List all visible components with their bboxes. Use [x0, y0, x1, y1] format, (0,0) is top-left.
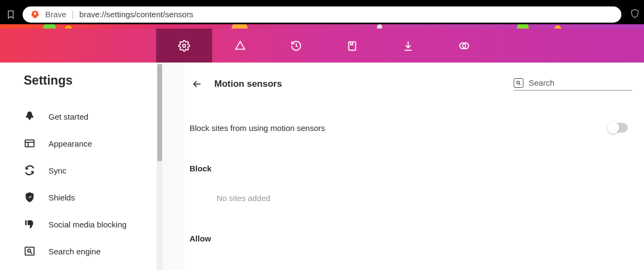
svg-rect-4: [25, 140, 34, 147]
toolbar-rewards-tab[interactable]: [212, 29, 268, 63]
url-label: Brave: [45, 10, 66, 19]
toolbar-wallet-tab[interactable]: [436, 29, 492, 63]
search-box-icon: [24, 245, 36, 257]
sidebar-item-social-blocking[interactable]: Social media blocking: [24, 211, 157, 238]
search-icon: [514, 78, 523, 88]
settings-sidebar: Settings Get started Appearance Sync Shi…: [0, 63, 157, 270]
rocket-icon: [24, 110, 36, 122]
toolbar-bookmarks-tab[interactable]: [324, 29, 380, 63]
sidebar-item-label: Sync: [48, 166, 66, 175]
sync-icon: [24, 164, 36, 176]
sidebar-item-label: Search engine: [48, 247, 101, 256]
sidebar-item-shields[interactable]: Shields: [24, 184, 157, 211]
sidebar-item-get-started[interactable]: Get started: [24, 103, 157, 130]
toggle-label: Block sites from using motion sensors: [190, 123, 325, 133]
sidebar-title: Settings: [24, 73, 157, 88]
brave-logo-icon: [30, 10, 40, 19]
layout-icon: [24, 137, 36, 149]
url-text: brave://settings/content/sensors: [79, 10, 193, 19]
sidebar-item-appearance[interactable]: Appearance: [24, 130, 157, 157]
sidebar-item-sync[interactable]: Sync: [24, 157, 157, 184]
sidebar-item-label: Get started: [48, 112, 88, 121]
bookmark-icon[interactable]: [4, 10, 17, 19]
settings-toolbar: [0, 29, 644, 63]
page-title: Motion sensors: [214, 79, 282, 89]
thumbs-down-icon: [24, 218, 36, 230]
toolbar-history-tab[interactable]: [268, 29, 324, 63]
block-section-header: Block: [184, 133, 644, 173]
sidebar-item-label: Appearance: [48, 139, 92, 148]
url-bar[interactable]: Brave | brave://settings/content/sensors: [23, 6, 621, 23]
block-sensors-toggle[interactable]: [607, 123, 628, 133]
toolbar-downloads-tab[interactable]: [380, 29, 436, 63]
sidebar-item-search-engine[interactable]: Search engine: [24, 238, 157, 265]
back-button[interactable]: [190, 77, 205, 92]
scrollbar-thumb[interactable]: [157, 64, 162, 161]
browser-chrome: Brave | brave://settings/content/sensors: [0, 4, 644, 24]
shield-status-icon[interactable]: [630, 9, 640, 20]
allow-section-header: Allow: [184, 203, 644, 243]
toggle-knob: [607, 122, 619, 134]
search-input[interactable]: [529, 78, 620, 87]
shield-icon: [24, 191, 36, 203]
search-field[interactable]: [514, 78, 632, 91]
svg-point-6: [27, 249, 31, 252]
svg-point-0: [183, 44, 186, 47]
svg-point-7: [517, 81, 520, 84]
sidebar-scrollbar[interactable]: [157, 63, 163, 270]
toolbar-settings-tab[interactable]: [156, 29, 212, 63]
sidebar-item-label: Social media blocking: [48, 220, 127, 229]
block-empty-text: No sites added: [184, 173, 644, 203]
sidebar-item-label: Shields: [48, 193, 75, 202]
svg-rect-5: [25, 247, 34, 255]
theme-strip: [0, 24, 644, 29]
